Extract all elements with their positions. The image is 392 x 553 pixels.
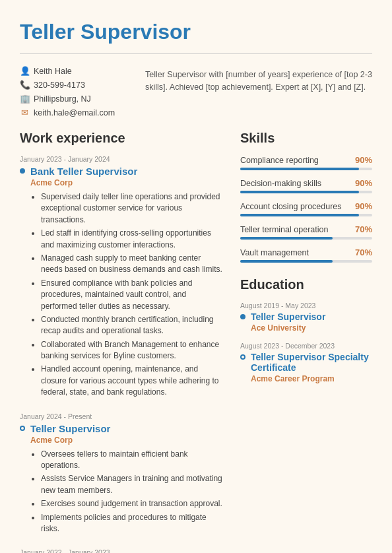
skill-pct-1: 90% bbox=[355, 155, 372, 165]
skill-bar-fill-4 bbox=[240, 237, 333, 240]
job-entry-1: January 2023 - January 2024 Bank Teller … bbox=[20, 155, 224, 401]
bullet-2-1: Oversees tellers to maintain efficient b… bbox=[41, 449, 224, 472]
skill-row-3: Account closing procedures 90% bbox=[240, 201, 372, 216]
job-entry-2: January 2024 - Present Teller Supervisor… bbox=[20, 412, 224, 537]
right-column: Skills Compliance reporting 90% Decision… bbox=[240, 131, 372, 553]
skill-bar-bg-2 bbox=[240, 191, 372, 193]
skill-label-1: Compliance reporting bbox=[240, 156, 319, 165]
bullet-2-3: Exercises sound judgement in transaction… bbox=[41, 498, 224, 509]
skill-label-row-4: Teller terminal operation 70% bbox=[240, 224, 372, 234]
edu-institution-1: Ace University bbox=[251, 323, 325, 333]
edu-date-2: August 2023 - December 2023 bbox=[240, 342, 372, 350]
job-content-2: Teller Supervisor Acme Corp Oversees tel… bbox=[30, 423, 224, 537]
header-divider bbox=[20, 53, 372, 54]
job-date-1: January 2023 - January 2024 bbox=[20, 155, 224, 163]
contact-email: ✉ keith.hale@email.com bbox=[20, 108, 119, 117]
job-date-2: January 2024 - Present bbox=[20, 412, 224, 420]
skill-label-row-2: Decision-making skills 90% bbox=[240, 178, 372, 188]
job-content-1: Bank Teller Supervisor Acme Corp Supervi… bbox=[30, 166, 224, 401]
edu-dot-1: Teller Supervisor Ace University bbox=[240, 311, 372, 333]
contact-location: 🏢 Phillipsburg, NJ bbox=[20, 94, 119, 104]
bullet-2-4: Implements policies and procedures to mi… bbox=[41, 512, 224, 535]
skill-label-4: Teller terminal operation bbox=[240, 225, 328, 234]
contact-phone: 📞 320-599-4173 bbox=[20, 80, 119, 90]
skills-title: Skills bbox=[240, 131, 372, 146]
skill-label-row-1: Compliance reporting 90% bbox=[240, 155, 372, 165]
summary-text: Teller Supervisor with [number of years]… bbox=[145, 66, 372, 117]
contact-left: 👤 Keith Hale 📞 320-599-4173 🏢 Phillipsbu… bbox=[20, 66, 119, 117]
bullet-1-1: Supervised daily teller line operations … bbox=[41, 191, 224, 226]
contact-name: 👤 Keith Hale bbox=[20, 66, 119, 76]
skill-label-row-5: Vault management 70% bbox=[240, 247, 372, 257]
edu-content-2: Teller Supervisor Specialty Certificate … bbox=[251, 352, 372, 383]
skill-bar-fill-1 bbox=[240, 168, 359, 170]
edu-content-1: Teller Supervisor Ace University bbox=[251, 311, 325, 333]
bullet-2-2: Assists Service Managers in training and… bbox=[41, 473, 224, 496]
edu-dot-filled-1 bbox=[240, 314, 245, 319]
edu-entry-2: August 2023 - December 2023 Teller Super… bbox=[240, 342, 372, 383]
skill-bar-bg-5 bbox=[240, 260, 372, 263]
work-experience-section: Work experience January 2023 - January 2… bbox=[20, 131, 224, 553]
phone-icon: 📞 bbox=[20, 80, 29, 90]
bullet-1-3: Managed cash supply to meet banking cent… bbox=[41, 253, 224, 276]
email-icon: ✉ bbox=[20, 108, 29, 117]
skill-row-4: Teller terminal operation 70% bbox=[240, 224, 372, 240]
bullet-1-7: Handled account opening, maintenance, an… bbox=[41, 364, 224, 398]
bullet-1-6: Collaborated with Branch Management to e… bbox=[41, 339, 224, 362]
skill-pct-4: 70% bbox=[355, 224, 372, 234]
job-dot-1: Bank Teller Supervisor Acme Corp Supervi… bbox=[20, 166, 224, 401]
skill-label-3: Account closing procedures bbox=[240, 202, 342, 211]
edu-date-1: August 2019 - May 2023 bbox=[240, 302, 372, 309]
job-title-1: Bank Teller Supervisor bbox=[30, 166, 224, 177]
bullet-1-4: Ensured compliance with bank policies an… bbox=[41, 278, 224, 312]
job-title-2: Teller Supervisor bbox=[30, 423, 224, 434]
dot-filled-1 bbox=[20, 168, 25, 174]
person-icon: 👤 bbox=[20, 66, 29, 76]
skill-label-5: Vault management bbox=[240, 248, 309, 257]
job-entry-3: January 2022 - January 2023 Teller Super… bbox=[20, 548, 224, 553]
skill-row-1: Compliance reporting 90% bbox=[240, 155, 372, 170]
skill-pct-3: 90% bbox=[355, 201, 372, 211]
edu-dot-hollow-2 bbox=[240, 354, 245, 360]
job-company-1: Acme Corp bbox=[30, 178, 224, 187]
skill-bar-fill-5 bbox=[240, 260, 333, 263]
page-title: Teller Supervisor bbox=[20, 20, 372, 44]
work-experience-title: Work experience bbox=[20, 131, 224, 146]
skill-label-2: Decision-making skills bbox=[240, 179, 321, 188]
skill-bar-fill-3 bbox=[240, 214, 359, 216]
location-icon: 🏢 bbox=[20, 94, 29, 104]
skill-bar-fill-2 bbox=[240, 191, 359, 193]
job-bullets-1: Supervised daily teller line operations … bbox=[30, 191, 224, 399]
skill-bar-bg-3 bbox=[240, 214, 372, 216]
skill-row-5: Vault management 70% bbox=[240, 247, 372, 263]
skill-pct-2: 90% bbox=[355, 178, 372, 188]
job-dot-2: Teller Supervisor Acme Corp Oversees tel… bbox=[20, 423, 224, 537]
skill-label-row-3: Account closing procedures 90% bbox=[240, 201, 372, 211]
main-content: Work experience January 2023 - January 2… bbox=[20, 131, 372, 553]
job-date-3: January 2022 - January 2023 bbox=[20, 548, 224, 553]
skill-bar-bg-4 bbox=[240, 237, 372, 240]
contact-section: 👤 Keith Hale 📞 320-599-4173 🏢 Phillipsbu… bbox=[20, 66, 372, 117]
edu-entry-1: August 2019 - May 2023 Teller Supervisor… bbox=[240, 302, 372, 333]
edu-title-2: Teller Supervisor Specialty Certificate bbox=[251, 352, 372, 373]
edu-institution-2: Acme Career Program bbox=[251, 374, 372, 383]
dot-hollow-2 bbox=[20, 426, 25, 431]
skill-pct-5: 70% bbox=[355, 247, 372, 257]
job-company-2: Acme Corp bbox=[30, 436, 224, 445]
skill-row-2: Decision-making skills 90% bbox=[240, 178, 372, 193]
bullet-1-5: Conducted monthly branch certification, … bbox=[41, 314, 224, 337]
education-title: Education bbox=[240, 277, 372, 292]
skill-bar-bg-1 bbox=[240, 168, 372, 170]
edu-title-1: Teller Supervisor bbox=[251, 311, 325, 322]
edu-dot-2: Teller Supervisor Specialty Certificate … bbox=[240, 352, 372, 383]
bullet-1-2: Led staff in identifying cross-selling o… bbox=[41, 228, 224, 251]
job-bullets-2: Oversees tellers to maintain efficient b… bbox=[30, 449, 224, 535]
